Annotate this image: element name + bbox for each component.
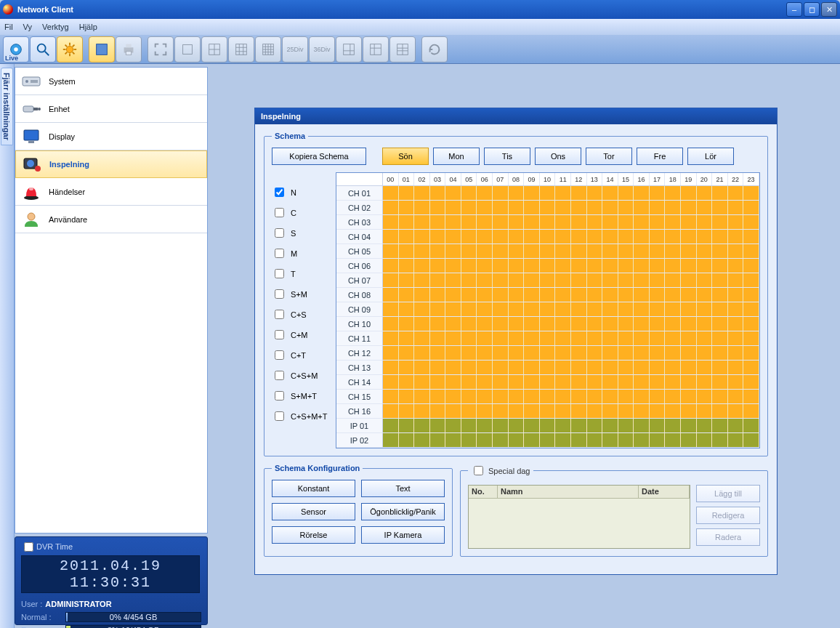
mode-checkbox-n[interactable]: N [272, 185, 331, 199]
special-day-fieldset: Special dag No. Namn Date Lägg till [460, 464, 768, 557]
toolbar-grid-alt2-button[interactable] [363, 36, 389, 63]
window-title: Network Client [17, 5, 73, 14]
schedule-row[interactable]: CH 02 [336, 201, 759, 215]
day-mon-button[interactable]: Mon [433, 148, 480, 165]
day-thu-button[interactable]: Tor [586, 148, 632, 165]
schedule-row[interactable]: CH 13 [336, 361, 759, 375]
svg-rect-33 [344, 44, 355, 55]
schedule-row[interactable]: CH 01 [336, 186, 759, 201]
mode-checkbox-csmt[interactable]: C+S+M+T [272, 409, 331, 423]
schedule-row[interactable]: IP 02 [336, 433, 759, 448]
config-sensor-button[interactable]: Sensor [272, 503, 355, 520]
config-ipcamera-button[interactable]: IP Kamera [361, 526, 445, 544]
menu-view[interactable]: Vy [23, 23, 32, 31]
recording-panel: Inspelning Schema Kopiera Schema Sön Mon… [254, 108, 778, 575]
maximize-button[interactable]: ◻ [804, 2, 820, 17]
svg-point-1 [14, 47, 18, 52]
special-day-checkbox[interactable] [474, 466, 483, 475]
toolbar-grid-4x4-button[interactable] [255, 36, 281, 63]
clock-display: 2011.04.19 11:30:31 [21, 555, 200, 593]
menu-file[interactable]: Fil [4, 23, 13, 31]
channel-label: CH 03 [336, 215, 383, 229]
sidebar-item-users[interactable]: Användare [15, 206, 207, 233]
mode-checkbox-sm[interactable]: S+M [272, 287, 331, 301]
day-tue-button[interactable]: Tis [484, 148, 530, 165]
copy-schema-button[interactable]: Kopiera Schema [272, 148, 366, 165]
toolbar-36div-button[interactable]: 36Div [309, 36, 335, 63]
day-wed-button[interactable]: Ons [535, 148, 581, 165]
svg-line-10 [73, 52, 75, 54]
sidebar-item-device[interactable]: Enhet [15, 95, 207, 123]
hour-header: 15 [618, 173, 634, 185]
user-label: User : [21, 600, 42, 608]
toolbar-fullscreen-button[interactable] [148, 36, 174, 63]
dvr-time-checkbox[interactable] [24, 542, 33, 552]
sidebar-item-recording[interactable]: Inspelning [15, 150, 207, 178]
schedule-row[interactable]: CH 08 [336, 288, 759, 302]
special-delete-button[interactable]: Radera [696, 528, 760, 546]
sidebar-item-system[interactable]: System [15, 68, 207, 95]
settings-sidebar: System Enhet Display Inspelning Händelse… [15, 67, 208, 534]
special-add-button[interactable]: Lägg till [696, 485, 760, 502]
mode-checkbox-cs[interactable]: C+S [272, 307, 331, 321]
menu-tools[interactable]: Verktyg [42, 23, 69, 31]
toolbar-grid-alt1-button[interactable] [336, 36, 362, 63]
schedule-row[interactable]: CH 14 [336, 375, 759, 390]
schedule-row[interactable]: CH 15 [336, 390, 759, 404]
toolbar-25div-button[interactable]: 25Div [282, 36, 308, 63]
schedule-row[interactable]: CH 09 [336, 302, 759, 317]
sidebar-item-events[interactable]: Händelser [15, 178, 207, 206]
toolbar-settings-button[interactable] [57, 36, 83, 63]
left-rail-tab[interactable]: Fjärr inställningar [1, 68, 13, 145]
mode-checkbox-c[interactable]: C [272, 206, 331, 220]
special-edit-button[interactable]: Redigera [696, 507, 760, 524]
mode-checkbox-s[interactable]: S [272, 226, 331, 240]
channel-label: CH 13 [336, 361, 383, 374]
toolbar-grid-2x2-button[interactable] [201, 36, 227, 63]
mode-checkbox-m[interactable]: M [272, 246, 331, 260]
schedule-row[interactable]: CH 16 [336, 404, 759, 419]
schedule-row[interactable]: CH 06 [336, 259, 759, 273]
toolbar-search-button[interactable] [30, 36, 56, 63]
mode-checkbox-csm[interactable]: C+S+M [272, 369, 331, 382]
mode-checkbox-cm[interactable]: C+M [272, 328, 331, 342]
hour-header: 02 [414, 173, 430, 185]
menu-bar: Fil Vy Verktyg Hjälp [0, 19, 840, 35]
toolbar-grid-alt3-button[interactable] [389, 36, 416, 63]
channel-label: IP 02 [336, 433, 383, 447]
close-button[interactable]: ✕ [821, 2, 837, 17]
toolbar-layout-1-button[interactable] [89, 36, 115, 63]
menu-help[interactable]: Hjälp [79, 23, 97, 31]
schedule-row[interactable]: CH 03 [336, 215, 759, 230]
sidebar-item-display[interactable]: Display [15, 123, 207, 150]
toolbar-print-button[interactable] [116, 36, 142, 63]
day-fri-button[interactable]: Fre [637, 148, 683, 165]
toolbar: Live 25Div 36Div [0, 35, 840, 64]
config-instant-button[interactable]: Ögonblicklig/Panik [361, 503, 445, 520]
schedule-row[interactable]: CH 05 [336, 244, 759, 259]
day-sat-button[interactable]: Lör [687, 148, 734, 165]
svg-point-2 [38, 44, 46, 52]
special-day-table[interactable]: No. Namn Date [468, 485, 690, 549]
svg-line-11 [65, 52, 68, 54]
schedule-row[interactable]: CH 12 [336, 346, 759, 361]
config-constant-button[interactable]: Konstant [272, 480, 355, 497]
config-motion-button[interactable]: Rörelse [272, 526, 355, 544]
day-sun-button[interactable]: Sön [382, 148, 429, 165]
schedule-grid[interactable]: 0001020304050607080910111213141516171819… [336, 172, 760, 448]
toolbar-grid-1x1-button[interactable] [174, 36, 201, 63]
schedule-row[interactable]: CH 04 [336, 230, 759, 244]
schedule-row[interactable]: IP 01 [336, 419, 759, 433]
schedule-row[interactable]: CH 11 [336, 331, 759, 346]
toolbar-grid-3x3-button[interactable] [228, 36, 254, 63]
toolbar-refresh-button[interactable] [421, 36, 448, 63]
schedule-row[interactable]: CH 07 [336, 273, 759, 288]
minimize-button[interactable]: – [786, 2, 802, 17]
toolbar-live-button[interactable]: Live [3, 36, 29, 63]
mode-checkbox-ct[interactable]: C+T [272, 348, 331, 362]
mode-checkbox-smt[interactable]: S+M+T [272, 389, 331, 403]
config-text-button[interactable]: Text [361, 480, 445, 497]
schedule-row[interactable]: CH 10 [336, 317, 759, 331]
mode-checkbox-t[interactable]: T [272, 267, 331, 281]
channel-label: CH 01 [336, 186, 383, 200]
